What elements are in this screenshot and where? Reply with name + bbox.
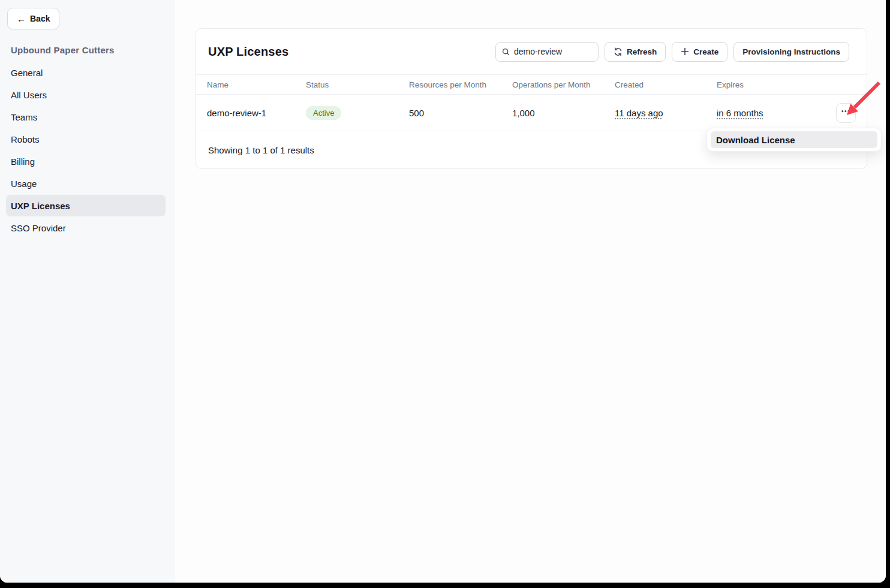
back-button[interactable]: ← Back (7, 8, 59, 29)
main-content: UXP Licenses (175, 0, 886, 583)
sidebar-item-billing[interactable]: Billing (6, 150, 166, 172)
table-header: Name Status Resources per Month Operatio… (196, 74, 867, 95)
ellipsis-icon: ••• (841, 108, 850, 114)
org-title: Upbound Paper Cutters (11, 45, 115, 55)
column-header-created: Created (615, 80, 717, 89)
resources-per-month-value: 500 (409, 108, 512, 118)
row-actions-menu: Download License (706, 128, 882, 152)
status-badge: Active (306, 106, 341, 120)
sidebar-item-general[interactable]: General (6, 62, 166, 83)
search-input[interactable] (514, 47, 592, 56)
provisioning-instructions-button[interactable]: Provisioning Instructions (733, 42, 849, 62)
sidebar-item-teams[interactable]: Teams (6, 106, 166, 128)
status-cell: Active (306, 106, 409, 120)
app-window: ← Back Upbound Paper Cutters General All… (0, 0, 886, 583)
card-header: UXP Licenses (196, 29, 867, 74)
search-icon (502, 47, 510, 56)
search-box[interactable] (495, 42, 599, 62)
left-arrow-icon: ← (17, 14, 26, 23)
create-button[interactable]: Create (672, 42, 727, 62)
toolbar: Refresh Create Provisioning Instructions (495, 42, 849, 62)
refresh-icon (614, 47, 623, 56)
row-actions-cell: ••• (816, 103, 856, 123)
created-cell: 11 days ago (615, 108, 717, 118)
sidebar-item-usage[interactable]: Usage (6, 173, 166, 194)
refresh-button-label: Refresh (627, 47, 657, 56)
table-row: demo-review-1 Active 500 1,000 11 days a… (196, 95, 867, 131)
sidebar-item-all-users[interactable]: All Users (6, 84, 166, 105)
row-actions-menu-button[interactable]: ••• (836, 103, 856, 123)
sidebar-item-uxp-licenses[interactable]: UXP Licenses (6, 195, 166, 216)
column-header-status: Status (306, 80, 409, 89)
expires-value[interactable]: in 6 months (717, 108, 763, 118)
page-title: UXP Licenses (208, 45, 288, 59)
create-button-label: Create (693, 47, 718, 56)
back-button-label: Back (30, 14, 50, 23)
provisioning-instructions-label: Provisioning Instructions (742, 47, 840, 56)
sidebar-item-sso-provider[interactable]: SSO Provider (6, 217, 166, 239)
menu-item-download-license[interactable]: Download License (711, 131, 877, 148)
expires-cell: in 6 months (717, 108, 816, 118)
created-value[interactable]: 11 days ago (615, 108, 663, 118)
license-name: demo-review-1 (207, 108, 306, 118)
sidebar-item-robots[interactable]: Robots (6, 128, 166, 150)
refresh-button[interactable]: Refresh (605, 42, 666, 62)
sidebar: ← Back Upbound Paper Cutters General All… (0, 0, 175, 583)
sidebar-nav: General All Users Teams Robots Billing U… (0, 62, 175, 239)
column-header-operations: Operations per Month (512, 80, 615, 89)
plus-icon (681, 47, 689, 56)
column-header-expires: Expires (717, 80, 816, 89)
column-header-resources: Resources per Month (409, 80, 512, 89)
operations-per-month-value: 1,000 (512, 108, 615, 118)
column-header-name: Name (207, 80, 306, 89)
